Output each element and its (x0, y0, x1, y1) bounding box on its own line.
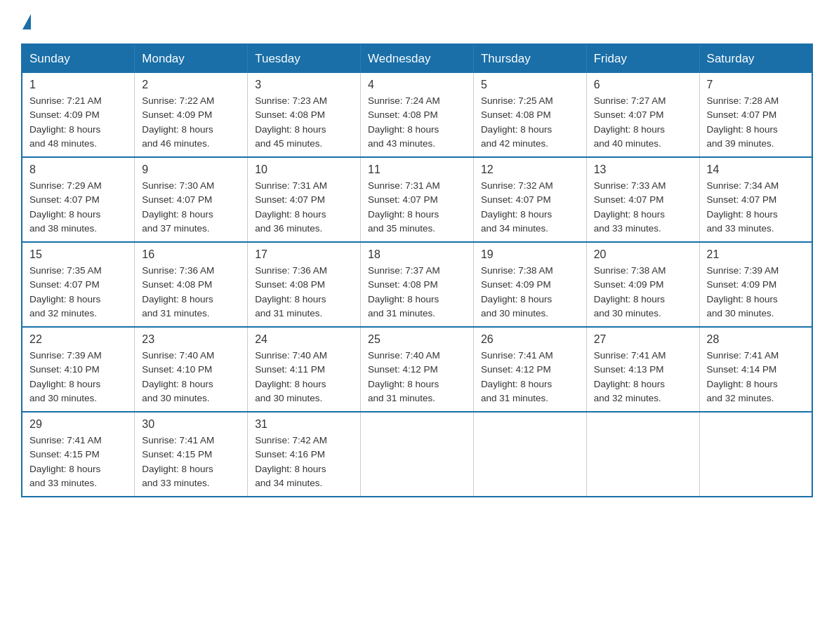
calendar-cell: 10 Sunrise: 7:31 AM Sunset: 4:07 PM Dayl… (248, 157, 361, 242)
day-info: Sunrise: 7:31 AM Sunset: 4:07 PM Dayligh… (255, 179, 353, 236)
calendar-cell: 27 Sunrise: 7:41 AM Sunset: 4:13 PM Dayl… (586, 327, 699, 412)
logo (21, 14, 32, 29)
day-number: 13 (594, 163, 692, 176)
calendar-cell: 8 Sunrise: 7:29 AM Sunset: 4:07 PM Dayli… (22, 157, 135, 242)
day-number: 10 (255, 163, 353, 176)
day-info: Sunrise: 7:29 AM Sunset: 4:07 PM Dayligh… (29, 179, 127, 236)
page-header (21, 14, 813, 29)
day-info: Sunrise: 7:22 AM Sunset: 4:09 PM Dayligh… (142, 94, 240, 151)
day-number: 28 (707, 333, 805, 346)
calendar-cell: 21 Sunrise: 7:39 AM Sunset: 4:09 PM Dayl… (699, 242, 812, 327)
calendar-cell (473, 412, 586, 497)
calendar-week-row: 29 Sunrise: 7:41 AM Sunset: 4:15 PM Dayl… (22, 412, 812, 497)
day-info: Sunrise: 7:31 AM Sunset: 4:07 PM Dayligh… (368, 179, 466, 236)
day-number: 20 (594, 248, 692, 261)
calendar-cell: 14 Sunrise: 7:34 AM Sunset: 4:07 PM Dayl… (699, 157, 812, 242)
calendar-week-row: 15 Sunrise: 7:35 AM Sunset: 4:07 PM Dayl… (22, 242, 812, 327)
calendar-cell: 25 Sunrise: 7:40 AM Sunset: 4:12 PM Dayl… (361, 327, 474, 412)
calendar-cell: 23 Sunrise: 7:40 AM Sunset: 4:10 PM Dayl… (135, 327, 248, 412)
weekday-header-friday: Friday (586, 44, 699, 73)
calendar-cell: 2 Sunrise: 7:22 AM Sunset: 4:09 PM Dayli… (135, 73, 248, 157)
day-number: 31 (255, 418, 353, 431)
calendar-cell: 28 Sunrise: 7:41 AM Sunset: 4:14 PM Dayl… (699, 327, 812, 412)
day-number: 15 (29, 248, 127, 261)
day-info: Sunrise: 7:30 AM Sunset: 4:07 PM Dayligh… (142, 179, 240, 236)
calendar-cell: 19 Sunrise: 7:38 AM Sunset: 4:09 PM Dayl… (473, 242, 586, 327)
day-info: Sunrise: 7:39 AM Sunset: 4:09 PM Dayligh… (707, 264, 805, 321)
calendar-cell: 31 Sunrise: 7:42 AM Sunset: 4:16 PM Dayl… (248, 412, 361, 497)
day-number: 9 (142, 163, 240, 176)
day-number: 1 (29, 79, 127, 91)
calendar-cell (361, 412, 474, 497)
day-info: Sunrise: 7:42 AM Sunset: 4:16 PM Dayligh… (255, 434, 353, 490)
day-info: Sunrise: 7:28 AM Sunset: 4:07 PM Dayligh… (707, 94, 805, 151)
day-number: 14 (707, 163, 805, 176)
calendar-cell: 29 Sunrise: 7:41 AM Sunset: 4:15 PM Dayl… (22, 412, 135, 497)
day-info: Sunrise: 7:25 AM Sunset: 4:08 PM Dayligh… (481, 94, 579, 151)
day-number: 6 (594, 79, 692, 91)
day-info: Sunrise: 7:23 AM Sunset: 4:08 PM Dayligh… (255, 94, 353, 151)
day-number: 2 (142, 79, 240, 91)
day-info: Sunrise: 7:40 AM Sunset: 4:10 PM Dayligh… (142, 349, 240, 405)
calendar-cell: 4 Sunrise: 7:24 AM Sunset: 4:08 PM Dayli… (361, 73, 474, 157)
day-number: 8 (29, 163, 127, 176)
day-info: Sunrise: 7:24 AM Sunset: 4:08 PM Dayligh… (368, 94, 466, 151)
day-info: Sunrise: 7:37 AM Sunset: 4:08 PM Dayligh… (368, 264, 466, 321)
calendar-week-row: 1 Sunrise: 7:21 AM Sunset: 4:09 PM Dayli… (22, 73, 812, 157)
day-number: 11 (368, 163, 466, 176)
day-info: Sunrise: 7:41 AM Sunset: 4:13 PM Dayligh… (594, 349, 692, 405)
day-info: Sunrise: 7:36 AM Sunset: 4:08 PM Dayligh… (142, 264, 240, 321)
day-number: 19 (481, 248, 579, 261)
day-info: Sunrise: 7:38 AM Sunset: 4:09 PM Dayligh… (594, 264, 692, 321)
calendar-table: SundayMondayTuesdayWednesdayThursdayFrid… (21, 43, 813, 497)
day-number: 27 (594, 333, 692, 346)
day-info: Sunrise: 7:32 AM Sunset: 4:07 PM Dayligh… (481, 179, 579, 236)
day-info: Sunrise: 7:40 AM Sunset: 4:11 PM Dayligh… (255, 349, 353, 405)
weekday-header-thursday: Thursday (473, 44, 586, 73)
day-number: 26 (481, 333, 579, 346)
calendar-cell: 24 Sunrise: 7:40 AM Sunset: 4:11 PM Dayl… (248, 327, 361, 412)
day-number: 18 (368, 248, 466, 261)
calendar-cell: 3 Sunrise: 7:23 AM Sunset: 4:08 PM Dayli… (248, 73, 361, 157)
day-number: 5 (481, 79, 579, 91)
day-info: Sunrise: 7:33 AM Sunset: 4:07 PM Dayligh… (594, 179, 692, 236)
calendar-cell: 22 Sunrise: 7:39 AM Sunset: 4:10 PM Dayl… (22, 327, 135, 412)
calendar-cell: 6 Sunrise: 7:27 AM Sunset: 4:07 PM Dayli… (586, 73, 699, 157)
calendar-cell: 11 Sunrise: 7:31 AM Sunset: 4:07 PM Dayl… (361, 157, 474, 242)
calendar-cell (586, 412, 699, 497)
day-number: 23 (142, 333, 240, 346)
calendar-cell: 5 Sunrise: 7:25 AM Sunset: 4:08 PM Dayli… (473, 73, 586, 157)
calendar-cell: 20 Sunrise: 7:38 AM Sunset: 4:09 PM Dayl… (586, 242, 699, 327)
calendar-cell: 16 Sunrise: 7:36 AM Sunset: 4:08 PM Dayl… (135, 242, 248, 327)
day-number: 17 (255, 248, 353, 261)
weekday-header-wednesday: Wednesday (361, 44, 474, 73)
calendar-cell: 15 Sunrise: 7:35 AM Sunset: 4:07 PM Dayl… (22, 242, 135, 327)
logo-triangle-icon (22, 14, 31, 29)
weekday-header-sunday: Sunday (22, 44, 135, 73)
day-info: Sunrise: 7:39 AM Sunset: 4:10 PM Dayligh… (29, 349, 127, 405)
day-info: Sunrise: 7:41 AM Sunset: 4:12 PM Dayligh… (481, 349, 579, 405)
day-info: Sunrise: 7:41 AM Sunset: 4:15 PM Dayligh… (29, 434, 127, 490)
calendar-cell: 1 Sunrise: 7:21 AM Sunset: 4:09 PM Dayli… (22, 73, 135, 157)
calendar-cell: 30 Sunrise: 7:41 AM Sunset: 4:15 PM Dayl… (135, 412, 248, 497)
calendar-cell: 9 Sunrise: 7:30 AM Sunset: 4:07 PM Dayli… (135, 157, 248, 242)
day-info: Sunrise: 7:41 AM Sunset: 4:14 PM Dayligh… (707, 349, 805, 405)
logo-text (21, 14, 32, 29)
day-number: 21 (707, 248, 805, 261)
day-info: Sunrise: 7:35 AM Sunset: 4:07 PM Dayligh… (29, 264, 127, 321)
day-number: 12 (481, 163, 579, 176)
weekday-header-saturday: Saturday (699, 44, 812, 73)
day-number: 7 (707, 79, 805, 91)
calendar-cell: 7 Sunrise: 7:28 AM Sunset: 4:07 PM Dayli… (699, 73, 812, 157)
calendar-cell: 13 Sunrise: 7:33 AM Sunset: 4:07 PM Dayl… (586, 157, 699, 242)
day-info: Sunrise: 7:21 AM Sunset: 4:09 PM Dayligh… (29, 94, 127, 151)
calendar-week-row: 8 Sunrise: 7:29 AM Sunset: 4:07 PM Dayli… (22, 157, 812, 242)
day-number: 3 (255, 79, 353, 91)
day-number: 4 (368, 79, 466, 91)
calendar-cell: 17 Sunrise: 7:36 AM Sunset: 4:08 PM Dayl… (248, 242, 361, 327)
day-number: 16 (142, 248, 240, 261)
day-number: 22 (29, 333, 127, 346)
day-info: Sunrise: 7:36 AM Sunset: 4:08 PM Dayligh… (255, 264, 353, 321)
weekday-header-tuesday: Tuesday (248, 44, 361, 73)
day-info: Sunrise: 7:41 AM Sunset: 4:15 PM Dayligh… (142, 434, 240, 490)
